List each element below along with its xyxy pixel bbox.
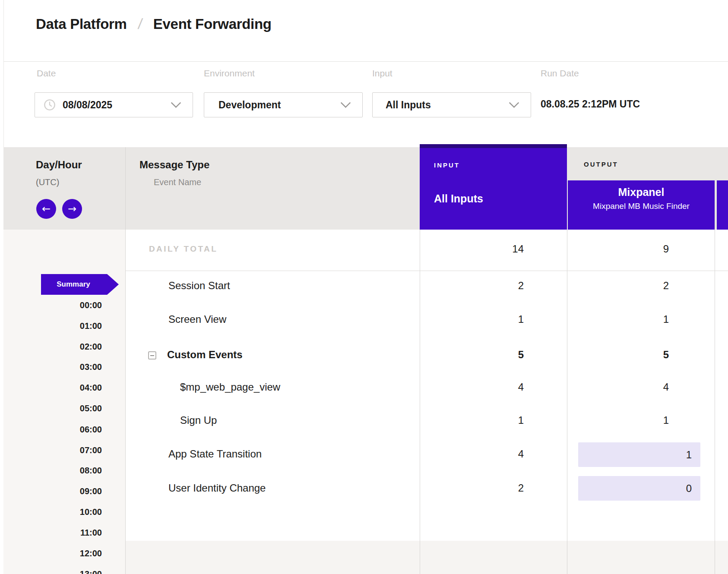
row-input-value: 2 [420, 482, 545, 494]
row-input-value: 2 [420, 280, 545, 292]
row-output-value: 5 [568, 349, 692, 361]
row-label-session-start: Session Start [168, 280, 230, 292]
row-label-mp-web-page-view: $mp_web_page_view [180, 381, 280, 393]
hour-row-0100[interactable]: 01:00 [39, 321, 102, 331]
daily-total-input-value: 14 [420, 243, 545, 255]
input-column-name: All Inputs [434, 192, 483, 205]
day-hour-subtitle: (UTC) [36, 177, 59, 187]
day-hour-header: Day/Hour [36, 159, 82, 171]
row-output-value: 1 [568, 313, 692, 325]
daily-total-label: DAILY TOTAL [149, 244, 218, 254]
hour-row-0300[interactable]: 03:00 [39, 362, 102, 372]
daily-total-divider [125, 271, 728, 271]
row-output-value: 2 [568, 280, 692, 292]
breadcrumb-section[interactable]: Data Platform [36, 16, 127, 32]
row-label-custom-events: Custom Events [167, 349, 243, 361]
hour-row-0600[interactable]: 06:00 [39, 425, 102, 435]
header-divider [3, 61, 728, 62]
highlighted-output-cell: 0 [578, 476, 700, 501]
breadcrumb-separator: / [137, 16, 143, 32]
input-section-label: INPUT [434, 161, 460, 169]
input-filter-label: Input [372, 68, 392, 79]
next-day-button[interactable]: → [62, 199, 82, 219]
date-value: 08/08/2025 [63, 99, 112, 111]
environment-dropdown[interactable]: Development [204, 92, 363, 117]
input-column-top-strip [420, 144, 567, 148]
date-dropdown[interactable]: 08/08/2025 [35, 92, 193, 117]
run-date-label: Run Date [541, 68, 579, 79]
row-output-value: 1 [686, 449, 692, 461]
environment-filter-label: Environment [204, 68, 255, 79]
chevron-down-icon [509, 98, 519, 108]
summary-tab[interactable]: Summary [41, 274, 119, 295]
row-input-value: 5 [420, 349, 545, 361]
arrow-right-icon: → [68, 203, 76, 215]
next-output-column-partial [717, 180, 728, 230]
input-dropdown[interactable]: All Inputs [372, 92, 531, 117]
hour-row-1200[interactable]: 12:00 [39, 549, 102, 558]
collapse-icon[interactable] [148, 351, 156, 360]
highlighted-output-cell: 1 [578, 442, 700, 467]
date-filter-label: Date [37, 68, 56, 79]
hour-row-1000[interactable]: 10:00 [39, 507, 102, 517]
hour-row-0400[interactable]: 04:00 [39, 383, 102, 393]
hour-row-0500[interactable]: 05:00 [39, 404, 102, 413]
prev-day-button[interactable]: ← [36, 199, 56, 219]
row-label-screen-view: Screen View [168, 313, 226, 325]
summary-tab-label: Summary [57, 280, 90, 289]
grid-line [125, 147, 126, 574]
row-input-value: 1 [420, 414, 545, 426]
row-input-value: 4 [420, 381, 545, 393]
row-output-value: 0 [686, 483, 692, 495]
event-name-subtitle: Event Name [154, 177, 201, 187]
hour-row-1300[interactable]: 13:00 [39, 569, 102, 574]
event-forwarding-page: Data Platform / Event Forwarding Date 08… [0, 0, 728, 574]
hour-row-0000[interactable]: 00:00 [39, 300, 102, 310]
row-input-value: 4 [420, 448, 545, 460]
hour-row-0200[interactable]: 02:00 [39, 342, 102, 352]
row-label-sign-up: Sign Up [180, 414, 217, 426]
clock-icon [44, 99, 56, 111]
chevron-down-icon [171, 98, 181, 108]
hour-row-0900[interactable]: 09:00 [39, 486, 102, 496]
chevron-down-icon [340, 98, 351, 108]
daily-total-output-value: 9 [568, 243, 692, 255]
row-output-value: 1 [568, 414, 692, 426]
row-label-app-state-transition: App State Transition [168, 448, 262, 460]
environment-value: Development [218, 99, 281, 111]
page-title: Event Forwarding [153, 16, 272, 32]
hour-row-1100[interactable]: 11:00 [39, 528, 102, 538]
output-column-name: Mixpanel [568, 186, 715, 199]
breadcrumb: Data Platform / Event Forwarding [36, 16, 272, 32]
hour-row-0800[interactable]: 08:00 [39, 466, 102, 476]
row-input-value: 1 [420, 313, 545, 325]
run-date-value: 08.08.25 2:12PM UTC [541, 98, 640, 110]
hour-row-0700[interactable]: 07:00 [39, 445, 102, 455]
arrow-left-icon: ← [42, 203, 51, 215]
message-type-header: Message Type [139, 159, 209, 171]
output-column-subtitle: Mixpanel MB Music Finder [568, 202, 715, 211]
row-label-user-identity-change: User Identity Change [168, 482, 266, 494]
grid-line [567, 230, 567, 574]
mixpanel-column-header[interactable]: Mixpanel Mixpanel MB Music Finder [568, 180, 715, 230]
input-column-header: INPUT All Inputs [420, 144, 567, 230]
table-footer-band [125, 541, 728, 574]
output-section-label: OUTPUT [584, 161, 618, 168]
row-output-value: 4 [568, 381, 692, 393]
input-value: All Inputs [386, 99, 431, 111]
grid-line [715, 180, 715, 574]
